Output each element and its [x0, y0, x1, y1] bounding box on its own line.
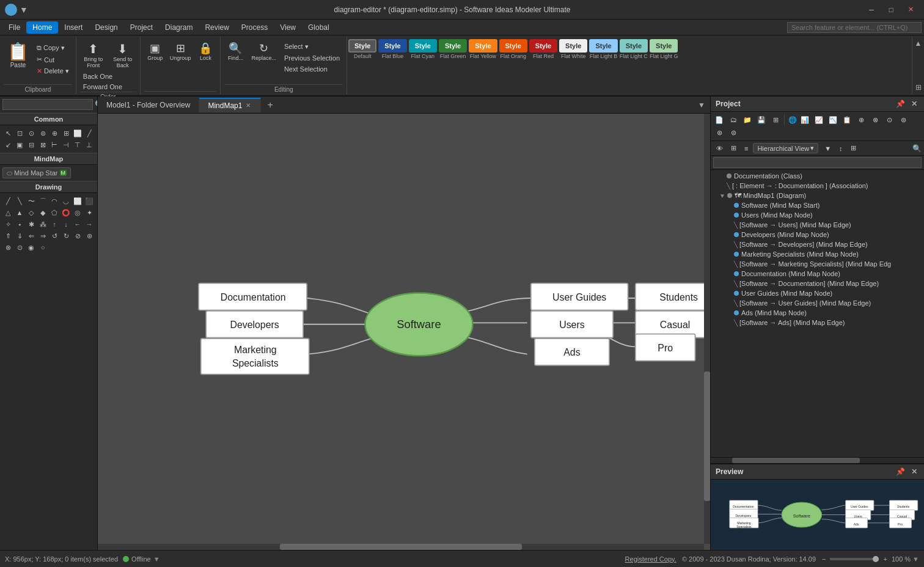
tool-group[interactable]: ⊣: [61, 139, 72, 150]
draw-tool-20[interactable]: ⁂: [37, 219, 48, 230]
draw-tool-14[interactable]: ⭕: [61, 207, 72, 218]
zoom-in-button[interactable]: +: [881, 555, 889, 563]
project-panel-pin[interactable]: 📌: [894, 99, 907, 109]
draw-tool-9[interactable]: △: [2, 207, 13, 218]
project-search-input[interactable]: [713, 157, 922, 168]
copy-button[interactable]: ⧉Copy ▾: [34, 43, 72, 53]
window-menu-icon[interactable]: ▼: [20, 5, 28, 15]
tab-menu-button[interactable]: ▼: [693, 98, 710, 112]
menu-review[interactable]: Review: [199, 21, 235, 34]
proj-btn-12[interactable]: ⊗: [868, 114, 882, 126]
canvas-scrollbar-vertical[interactable]: [704, 114, 710, 544]
draw-tool-23[interactable]: ←: [72, 219, 83, 230]
draw-tool-2[interactable]: ╲: [14, 196, 25, 207]
filter-button[interactable]: ▼: [821, 144, 834, 153]
ribbon-collapse-button[interactable]: ▲: [914, 39, 923, 48]
draw-tool-16[interactable]: ✦: [84, 207, 95, 218]
tree-item-doc-class[interactable]: Documentation (Class): [712, 171, 923, 181]
menu-project[interactable]: Project: [124, 21, 159, 34]
tree-item-userguides-edge[interactable]: ╲ [Software → User Guides] (Mind Map Edg…: [712, 298, 923, 308]
style-flatwhite-button[interactable]: Style: [559, 39, 587, 53]
view-mode-dropdown[interactable]: Hierarchical View ▾: [753, 143, 818, 153]
bring-to-front-button[interactable]: ⬆ Bring toFront: [80, 40, 107, 70]
tree-item-mindmap1[interactable]: ▼ 🗺 MindMap1 (Diagram): [712, 191, 923, 200]
draw-tool-12[interactable]: ◆: [37, 207, 48, 218]
style-flatyellow-button[interactable]: Style: [469, 39, 497, 53]
draw-tool-35[interactable]: ◉: [26, 242, 37, 253]
find-button[interactable]: 🔍 Find...: [224, 40, 246, 62]
tree-item-marketing-edge[interactable]: ╲ [Software → Marketing Specialists] (Mi…: [712, 259, 923, 269]
draw-tool-13[interactable]: ⬠: [49, 207, 60, 218]
style-flatgreen-button[interactable]: Style: [439, 39, 467, 53]
tree-item-marketing[interactable]: Marketing Specialists (Mind Map Node): [712, 249, 923, 259]
style-flatred-button[interactable]: Style: [529, 39, 557, 53]
menu-file[interactable]: File: [2, 21, 26, 34]
draw-tool-18[interactable]: ⭑: [14, 219, 25, 230]
tree-item-users-edge[interactable]: ╲ [Software → Users] (Mind Map Edge): [712, 220, 923, 230]
close-button[interactable]: ✕: [902, 4, 919, 16]
mindmap-start-tool[interactable]: ⬭ Mind Map Star M: [2, 167, 71, 178]
tree-item-ads-edge[interactable]: ╲ [Software → Ads] (Mind Map Edge): [712, 318, 923, 327]
style-default-button[interactable]: Style: [348, 39, 376, 53]
tree-item-users[interactable]: Users (Mind Map Node): [712, 210, 923, 220]
draw-tool-31[interactable]: ⊘: [72, 230, 83, 241]
forward-one-button[interactable]: Forward One: [80, 82, 136, 92]
view-eye-button[interactable]: 👁: [713, 144, 726, 153]
delete-button[interactable]: ✕Delete ▾: [34, 66, 72, 76]
preview-canvas[interactable]: Software Documentation Developers Market…: [711, 480, 924, 550]
tree-item-ads[interactable]: Ads (Mind Map Node): [712, 308, 923, 318]
view-grid-button[interactable]: ⊞: [728, 143, 739, 153]
draw-tool-22[interactable]: ↓: [61, 219, 72, 230]
proj-btn-8[interactable]: 📈: [812, 114, 826, 126]
style-flatblue-button[interactable]: Style: [378, 39, 406, 53]
menu-home[interactable]: Home: [26, 21, 58, 34]
draw-tool-30[interactable]: ↻: [61, 230, 72, 241]
draw-tool-26[interactable]: ⇓: [14, 230, 25, 241]
draw-tool-21[interactable]: ↑: [49, 219, 60, 230]
draw-tool-8[interactable]: ⬛: [84, 196, 95, 207]
draw-tool-27[interactable]: ⇐: [26, 230, 37, 241]
proj-btn-4[interactable]: 💾: [755, 114, 768, 126]
tool-pointer[interactable]: ↖: [2, 128, 13, 139]
tool-hand[interactable]: ⊚: [37, 128, 48, 139]
project-search-button[interactable]: 🔍: [912, 144, 922, 153]
registered-copy-link[interactable]: Registered Copy.: [625, 555, 676, 563]
view-list-button[interactable]: ≡: [741, 144, 751, 153]
maximize-button[interactable]: □: [882, 4, 900, 16]
draw-tool-29[interactable]: ↺: [49, 230, 60, 241]
proj-btn-9[interactable]: 📉: [826, 114, 840, 126]
style-flatlightc-button[interactable]: Style: [620, 39, 648, 53]
draw-tool-5[interactable]: ◠: [49, 196, 60, 207]
proj-btn-7[interactable]: 📊: [798, 114, 812, 126]
project-scrollbar-h[interactable]: [711, 457, 924, 463]
proj-btn-14[interactable]: ⊚: [897, 114, 910, 126]
draw-tool-36[interactable]: ○: [37, 242, 48, 253]
proj-btn-2[interactable]: 🗂: [727, 114, 740, 126]
draw-tool-19[interactable]: ✱: [26, 219, 37, 230]
ribbon-expand-button[interactable]: ⊞: [914, 83, 923, 92]
minimize-button[interactable]: ─: [863, 4, 880, 16]
preview-panel-pin[interactable]: 📌: [894, 467, 907, 477]
group-button[interactable]: ▣ Group: [144, 40, 166, 62]
draw-tool-15[interactable]: ◎: [72, 207, 83, 218]
style-flatlightg-button[interactable]: Style: [650, 39, 678, 53]
style-flatorange-button[interactable]: Style: [499, 39, 527, 53]
back-one-button[interactable]: Back One: [80, 71, 136, 81]
menu-diagram[interactable]: Diagram: [159, 21, 199, 34]
style-flatlightb-button[interactable]: Style: [589, 39, 617, 53]
draw-tool-11[interactable]: ◇: [26, 207, 37, 218]
tool-zoom[interactable]: ⊕: [49, 128, 60, 139]
tab-model1[interactable]: Model1 - Folder Overview: [98, 98, 199, 112]
zoom-dropdown[interactable]: ▼: [912, 555, 919, 563]
previous-selection-button[interactable]: Previous Selection: [281, 53, 343, 63]
draw-tool-33[interactable]: ⊗: [2, 242, 13, 253]
tool-line[interactable]: ╱: [84, 128, 95, 139]
tool-select-area[interactable]: ⊡: [14, 128, 25, 139]
project-scrollbar-h-thumb[interactable]: [732, 458, 860, 463]
draw-tool-3[interactable]: 〜: [26, 196, 37, 207]
menu-global[interactable]: Global: [302, 21, 336, 34]
ungroup-button[interactable]: ⊞ Ungroup: [167, 40, 194, 62]
tool-actor[interactable]: ⊥: [84, 139, 95, 150]
menu-insert[interactable]: Insert: [58, 21, 89, 34]
menu-design[interactable]: Design: [89, 21, 123, 34]
